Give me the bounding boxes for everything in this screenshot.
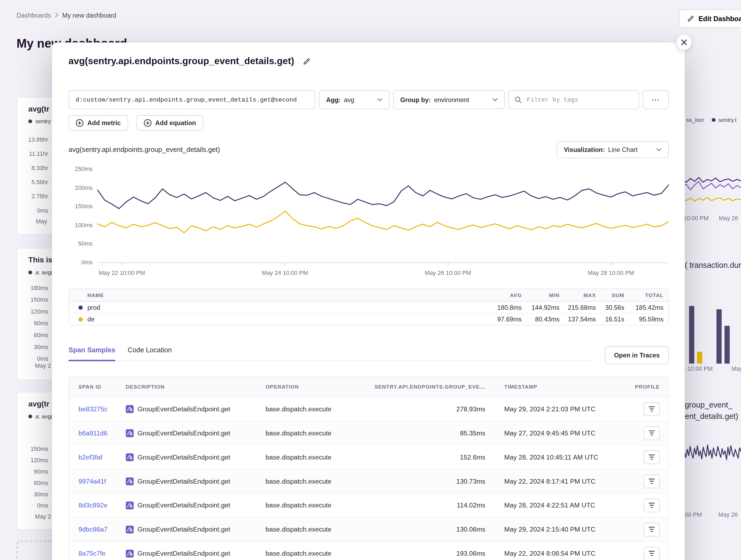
y-axis-tick-label: 90ms	[23, 320, 48, 327]
y-axis-tick-label: 0ms	[23, 355, 48, 363]
span-timestamp: May 28, 2024 4:22:51 AM UTC	[485, 501, 633, 509]
series-name: prod	[87, 304, 100, 311]
span-sample-row: be83275cGroupEventDetailsEndpoint.getbas…	[69, 397, 668, 420]
bg-right-bar-chart	[689, 305, 730, 364]
y-axis-tick-label: 200ms	[69, 185, 93, 191]
span-operation: base.dispatch.execute	[266, 429, 368, 437]
close-button[interactable]	[676, 34, 692, 50]
profile-button[interactable]	[644, 547, 660, 560]
tab-code-location[interactable]: Code Location	[128, 346, 172, 360]
series-summary-table: NAME AVG MIN MAX SUM TOTAL prod180.8ms14…	[69, 289, 669, 325]
metric-query-input[interactable]	[69, 90, 315, 109]
span-timestamp: May 29, 2024 2:15:40 PM UTC	[485, 526, 633, 533]
add-equation-button[interactable]: Add equation	[136, 115, 203, 131]
bg-widget-1-xtick: May	[36, 218, 47, 225]
line-series-svg	[97, 169, 669, 263]
col-header-profile: PROFILE	[633, 384, 660, 390]
bg-right-bottom-xtick2: May 26	[718, 511, 737, 518]
plus-circle-icon	[76, 119, 84, 127]
series-min: 80.43ms	[522, 316, 559, 323]
plus-circle-icon	[143, 119, 151, 127]
bg-widget-3-title: avg(tr	[28, 400, 50, 408]
summary-row-de[interactable]: de97.69ms80.43ms137.54ms16.51s95.59ms	[69, 313, 668, 325]
span-sample-row: 8d3c892eGroupEventDetailsEndpoint.getbas…	[69, 493, 668, 517]
open-in-traces-button[interactable]: Open in Traces	[605, 346, 669, 364]
span-id-link[interactable]: 9974a41f	[78, 477, 106, 485]
x-axis-tick-label: May 26 10:00 PM	[425, 270, 471, 276]
breadcrumb-current: My new dashboard	[62, 12, 116, 19]
profile-button[interactable]	[644, 402, 660, 416]
span-id-link[interactable]: b6a911d6	[78, 429, 107, 437]
summary-row-prod[interactable]: prod180.8ms144.92ms215.68ms30.56s185.42m…	[69, 302, 668, 313]
y-axis-tick-label: 150ms	[69, 204, 93, 210]
span-id-link[interactable]: 9dbc86a7	[78, 526, 107, 533]
series-max: 215.68ms	[560, 304, 596, 311]
profile-button[interactable]	[644, 498, 660, 512]
breadcrumb: Dashboards My new dashboard	[16, 12, 116, 19]
span-description: GroupEventDetailsEndpoint.get	[137, 501, 230, 509]
col-header-avg: AVG	[465, 292, 522, 298]
span-sample-row: b2ef3fafGroupEventDetailsEndpoint.getbas…	[69, 445, 668, 469]
overflow-menu-button[interactable]: ⋯	[643, 90, 669, 109]
y-axis-tick-label: 13.89hr	[23, 136, 48, 144]
y-axis-tick-label: 8.33hr	[23, 164, 48, 172]
span-id-link[interactable]: be83275c	[78, 405, 107, 413]
series-total: 185.42ms	[624, 304, 664, 311]
span-description: GroupEventDetailsEndpoint.get	[137, 405, 230, 413]
bg-right-mid-title: ( transaction.duratio	[685, 261, 741, 270]
bg-right-bottom-chart	[684, 435, 741, 472]
y-axis-tick-label: 2.78hr	[23, 192, 48, 200]
bg-right-legend: ss_incr sentry.t	[679, 117, 736, 123]
bar	[725, 326, 730, 364]
sentry-project-icon	[126, 429, 134, 437]
edit-dashboard-button[interactable]: Edit Dashboard	[679, 9, 741, 28]
tab-span-samples[interactable]: Span Samples	[69, 346, 116, 361]
sentry-project-icon	[126, 549, 134, 558]
chart-plot-area[interactable]	[97, 169, 669, 263]
breadcrumb-dashboards-link[interactable]: Dashboards	[16, 12, 51, 19]
profile-button[interactable]	[644, 474, 660, 488]
span-metric-value: 130.06ms	[368, 526, 485, 533]
series-total: 95.59ms	[624, 316, 664, 323]
series-avg: 97.69ms	[465, 316, 522, 323]
profile-button[interactable]	[644, 426, 660, 440]
sentry-project-icon	[126, 477, 134, 485]
agg-select[interactable]: Agg: avg	[319, 90, 389, 109]
span-timestamp: May 22, 2024 8:06:54 PM UTC	[485, 550, 633, 557]
groupby-select[interactable]: Group by: environment	[393, 90, 504, 109]
span-metric-value: 85.35ms	[368, 429, 485, 437]
filter-tags-input[interactable]	[526, 96, 633, 104]
span-id-link[interactable]: b2ef3faf	[78, 453, 102, 461]
series-color-dot	[78, 317, 83, 321]
profile-button[interactable]	[644, 450, 660, 464]
metric-line-chart: 250ms200ms150ms100ms50ms0ms	[69, 169, 669, 266]
summary-table-header: NAME AVG MIN MAX SUM TOTAL	[69, 289, 668, 302]
y-axis-tick-label: 150ms	[23, 296, 48, 304]
breadcrumb-separator-icon	[55, 12, 59, 19]
visualization-select[interactable]: Visualization: Line Chart	[557, 141, 669, 158]
col-header-timestamp: TIMESTAMP	[485, 384, 633, 390]
span-id-link[interactable]: 8a75c7fe	[78, 550, 106, 557]
span-sample-row: 8a75c7feGroupEventDetailsEndpoint.getbas…	[69, 541, 668, 560]
span-sample-row: b6a911d6GroupEventDetailsEndpoint.getbas…	[69, 421, 668, 445]
y-axis-tick-label: 0ms	[69, 260, 93, 266]
col-header-span-id: SPAN ID	[78, 384, 126, 390]
modal-title: avg(sentry.api.endpoints.group_event_det…	[69, 56, 294, 67]
col-header-max: MAX	[560, 292, 596, 298]
col-header-sum: SUM	[596, 292, 624, 298]
span-id-link[interactable]: 8d3c892e	[78, 501, 107, 509]
close-icon	[681, 39, 687, 46]
bg-widget-3-legend: a: avg(	[28, 413, 53, 420]
bg-widget-1-title: avg(tr	[28, 105, 50, 113]
sentry-project-icon	[126, 501, 134, 509]
span-operation: base.dispatch.execute	[266, 477, 368, 485]
series-color-dot	[78, 305, 83, 310]
profile-button[interactable]	[644, 523, 660, 536]
x-axis-tick-mark	[611, 262, 611, 265]
span-description: GroupEventDetailsEndpoint.get	[137, 526, 230, 533]
y-axis-tick-label: 120ms	[23, 308, 48, 315]
span-samples-table: SPAN ID DESCRIPTION OPERATION SENTRY.API…	[69, 377, 669, 560]
y-axis-tick-label: 11.11hr	[23, 150, 48, 158]
edit-title-button[interactable]	[301, 56, 311, 66]
add-metric-button[interactable]: Add metric	[69, 115, 128, 131]
